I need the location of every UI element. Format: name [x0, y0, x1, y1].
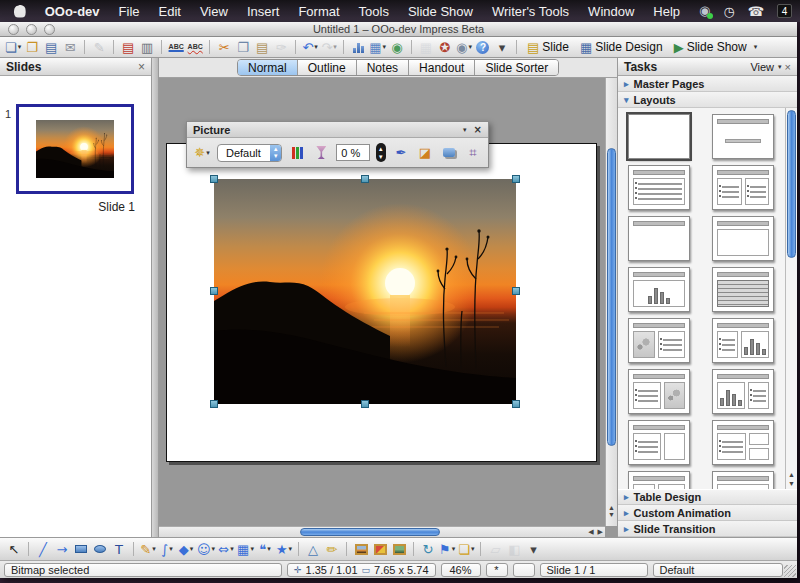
arrow-button[interactable]: → — [53, 540, 71, 558]
area-button[interactable]: ◪ — [416, 144, 434, 162]
layout-title-frame[interactable] — [712, 216, 774, 261]
section-table-design[interactable]: ▸ Table Design — [618, 489, 797, 505]
layout-title-bullets-clipart[interactable] — [628, 369, 690, 414]
slide-indicator[interactable]: Slide 1 / 1 — [540, 563, 648, 577]
input-source-badge[interactable]: 4 — [777, 4, 792, 18]
layout-title-bullets[interactable] — [628, 165, 690, 210]
ellipse-button[interactable] — [91, 540, 109, 558]
menu-edit[interactable]: Edit — [159, 4, 181, 19]
panel-splitter[interactable] — [152, 58, 159, 537]
clock-status-icon[interactable]: ◷ — [723, 5, 734, 18]
basic-shapes-button[interactable]: ◆▾ — [177, 540, 195, 558]
shadow-button[interactable] — [440, 144, 458, 162]
navigator-button[interactable]: ✪ — [436, 38, 454, 56]
stars-button[interactable]: ★▾ — [275, 540, 293, 558]
zoom-button[interactable]: ◉▾ — [455, 38, 473, 56]
layout-title-frame-bullets[interactable] — [628, 471, 690, 489]
minimize-window-button[interactable] — [26, 24, 37, 35]
selection-handle-nw[interactable] — [210, 175, 218, 183]
layout-blank[interactable] — [628, 114, 690, 159]
layout-title-bullets-chart[interactable] — [712, 318, 774, 363]
glue-points-button[interactable]: ✏ — [323, 540, 341, 558]
symbol-shapes-button[interactable]: ☺▾ — [196, 540, 216, 558]
tab-handout[interactable]: Handout — [409, 60, 475, 75]
slide-thumbnail[interactable] — [16, 104, 134, 194]
edit-points-button[interactable]: △ — [304, 540, 322, 558]
paste-button[interactable]: ▤ — [253, 38, 271, 56]
resize-grip[interactable] — [784, 565, 796, 577]
text-button[interactable]: T — [110, 540, 128, 558]
layout-title-only[interactable] — [628, 216, 690, 261]
cut-button[interactable]: ✂ — [215, 38, 233, 56]
graphics-mode-select[interactable]: Default ▲▼ — [217, 144, 282, 162]
email-button[interactable]: ✉ — [61, 38, 79, 56]
menu-help[interactable]: Help — [653, 4, 680, 19]
arrange-button[interactable]: ❏▾ — [457, 540, 475, 558]
menu-insert[interactable]: Insert — [247, 4, 280, 19]
crop-button[interactable]: ⌗ — [464, 144, 482, 162]
scroll-down-icon[interactable]: ▼ — [788, 480, 795, 487]
undo-button[interactable]: ↶▾ — [301, 38, 319, 56]
selection-handle-s[interactable] — [361, 400, 369, 408]
scroll-left-icon[interactable]: ◀ — [588, 528, 593, 536]
tab-slide-sorter[interactable]: Slide Sorter — [475, 60, 558, 75]
chart-button[interactable] — [349, 38, 367, 56]
save-button[interactable]: ▤ — [42, 38, 60, 56]
scroll-up-icon[interactable]: ▲ — [608, 504, 615, 511]
selection-handle-n[interactable] — [361, 175, 369, 183]
section-layouts[interactable]: ▾ Layouts — [618, 92, 797, 108]
scroll-up-icon[interactable]: ▲ — [788, 471, 795, 478]
insert-media-button[interactable] — [390, 540, 408, 558]
close-icon[interactable]: × — [138, 60, 145, 74]
section-slide-transition[interactable]: ▸ Slide Transition — [618, 521, 797, 537]
section-custom-animation[interactable]: ▸ Custom Animation — [618, 505, 797, 521]
toolbar-overflow-button[interactable]: ▾ — [493, 38, 511, 56]
select-button[interactable]: ↖ — [5, 540, 23, 558]
gallery-shapes-button[interactable] — [371, 540, 389, 558]
slide-show-button[interactable]: ▶ Slide Show — [669, 38, 752, 56]
selection-handle-ne[interactable] — [512, 175, 520, 183]
ichat-status-icon[interactable]: ◉ — [699, 4, 710, 18]
tab-notes[interactable]: Notes — [357, 60, 409, 75]
menu-view[interactable]: View — [200, 4, 228, 19]
view-menu-button[interactable]: View ▾ × — [750, 61, 791, 73]
layout-title-clipart-bullets[interactable] — [628, 318, 690, 363]
line-button[interactable]: ╱ — [34, 540, 52, 558]
title-bar[interactable]: Untitled 1 – OOo-dev Impress Beta — [0, 22, 797, 37]
close-window-button[interactable] — [8, 24, 19, 35]
zoom-window-button[interactable] — [44, 24, 55, 35]
selection-handle-sw[interactable] — [210, 400, 218, 408]
picture-toolbar[interactable]: Picture ▾ × ✵ ▾ Default ▲▼ — [186, 121, 489, 168]
menu-format[interactable]: Format — [298, 4, 339, 19]
vertical-scrollbar[interactable]: ▲ ▼ — [605, 78, 617, 526]
connector-button[interactable]: ∫▾ — [158, 540, 176, 558]
new-document-button[interactable]: ❏▾ — [4, 38, 22, 56]
block-arrows-button[interactable]: ⇔▾ — [217, 540, 235, 558]
flowchart-button[interactable]: ▦▾ — [236, 540, 255, 558]
menu-app[interactable]: OOo-dev — [45, 4, 100, 19]
scroll-right-icon[interactable]: ▶ — [598, 528, 603, 536]
draw-overflow-button[interactable]: ▾ — [524, 540, 542, 558]
layout-title-chart-bullets[interactable] — [712, 369, 774, 414]
auto-spellcheck-button[interactable]: ABC — [186, 38, 204, 56]
chevron-down-icon[interactable]: ▾ — [463, 126, 467, 134]
vertical-scroll-thumb[interactable] — [607, 148, 616, 446]
menu-slide-show[interactable]: Slide Show — [408, 4, 473, 19]
tab-outline[interactable]: Outline — [298, 60, 357, 75]
copy-button[interactable]: ❐ — [234, 38, 252, 56]
graphic-filter-button[interactable]: ✵ ▾ — [193, 144, 211, 162]
rotate-button[interactable]: ↻ — [419, 540, 437, 558]
layout-title-table[interactable] — [712, 267, 774, 312]
close-icon[interactable]: × — [785, 61, 791, 73]
table-button[interactable]: ▦▾ — [368, 38, 387, 56]
page-style-status[interactable]: Default — [653, 563, 783, 577]
horizontal-scroll-thumb[interactable] — [300, 528, 440, 536]
layout-title-bullets-2frames[interactable] — [712, 420, 774, 465]
selection-handle-e[interactable] — [512, 287, 520, 295]
phone-status-icon[interactable]: ☎ — [748, 5, 764, 18]
curve-button[interactable]: ✎▾ — [139, 540, 157, 558]
scroll-down-icon[interactable]: ▼ — [608, 511, 615, 518]
layout-title-2bullets[interactable] — [712, 165, 774, 210]
apple-menu-icon[interactable] — [14, 5, 26, 18]
zoom-status[interactable]: 46% — [441, 563, 481, 577]
